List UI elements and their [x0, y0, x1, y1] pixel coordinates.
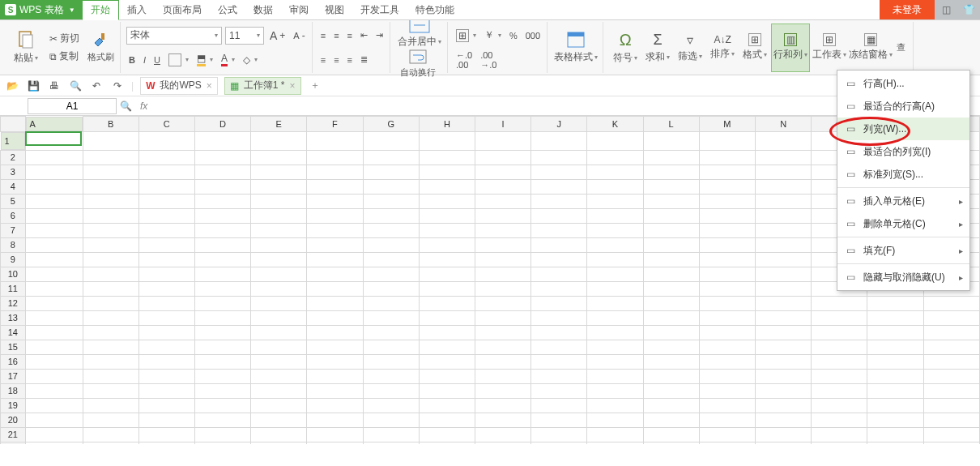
- cell[interactable]: [363, 252, 419, 267]
- cell[interactable]: [25, 340, 83, 354]
- cell[interactable]: [83, 223, 138, 237]
- skin-icon[interactable]: ◫: [935, 0, 957, 19]
- cell[interactable]: [531, 369, 587, 383]
- cell[interactable]: [812, 413, 867, 427]
- cell[interactable]: [756, 131, 812, 150]
- cell[interactable]: [194, 296, 250, 310]
- cell[interactable]: [25, 398, 83, 413]
- cell[interactable]: [475, 179, 531, 194]
- cell[interactable]: [531, 413, 587, 427]
- cell[interactable]: [756, 398, 812, 413]
- cell[interactable]: [307, 442, 363, 444]
- cell[interactable]: [587, 427, 643, 442]
- cell[interactable]: [83, 354, 138, 369]
- cell[interactable]: [475, 194, 531, 208]
- row-header[interactable]: 15: [1, 340, 26, 354]
- cell[interactable]: [251, 427, 307, 442]
- cell[interactable]: [363, 281, 419, 296]
- cell[interactable]: [419, 310, 475, 325]
- cell[interactable]: [138, 237, 194, 252]
- cell[interactable]: [867, 310, 923, 325]
- cell[interactable]: [699, 165, 755, 179]
- cell[interactable]: [251, 281, 307, 296]
- cell[interactable]: [643, 442, 699, 444]
- menu-tab-4[interactable]: 数据: [245, 0, 281, 19]
- worksheet-button[interactable]: ⊞工作表▾: [810, 24, 849, 72]
- cell[interactable]: [812, 383, 867, 398]
- cell[interactable]: [587, 296, 643, 310]
- cut-button[interactable]: ✂剪切: [47, 31, 82, 47]
- row-header[interactable]: 5: [1, 194, 26, 208]
- cell[interactable]: [194, 223, 250, 237]
- menu-tab-7[interactable]: 开发工具: [352, 0, 407, 19]
- cell[interactable]: [307, 310, 363, 325]
- cell[interactable]: [419, 194, 475, 208]
- cell[interactable]: [756, 223, 812, 237]
- cell[interactable]: [643, 296, 699, 310]
- format-cells-button[interactable]: ⊞▾: [454, 28, 479, 44]
- cell[interactable]: [363, 296, 419, 310]
- cell[interactable]: [756, 340, 812, 354]
- cell[interactable]: [475, 369, 531, 383]
- cell[interactable]: [194, 165, 250, 179]
- font-color-button[interactable]: A▾: [219, 52, 237, 68]
- cell[interactable]: [531, 223, 587, 237]
- cell[interactable]: [363, 267, 419, 281]
- symbol-button[interactable]: Ω符号▾: [609, 24, 641, 72]
- cell[interactable]: [867, 398, 923, 413]
- indent-decrease-button[interactable]: ⇤: [358, 28, 370, 44]
- menu-item-std-width[interactable]: ▭标准列宽(S)...: [837, 163, 969, 186]
- menu-item-fit-row[interactable]: ▭最适合的行高(A): [837, 95, 969, 118]
- cell[interactable]: [138, 150, 194, 165]
- cell[interactable]: [419, 354, 475, 369]
- increase-decimal-button[interactable]: ←.0.00: [454, 52, 475, 68]
- cell[interactable]: [475, 267, 531, 281]
- cell[interactable]: [25, 179, 83, 194]
- cell[interactable]: [25, 369, 83, 383]
- cell[interactable]: [25, 383, 83, 398]
- cell[interactable]: [475, 281, 531, 296]
- cell[interactable]: [531, 383, 587, 398]
- cell[interactable]: [194, 179, 250, 194]
- cell[interactable]: [83, 413, 138, 427]
- cell[interactable]: [475, 325, 531, 340]
- cell[interactable]: [699, 194, 755, 208]
- cell[interactable]: [251, 267, 307, 281]
- cell[interactable]: [419, 369, 475, 383]
- cell[interactable]: [587, 150, 643, 165]
- cell[interactable]: [194, 325, 250, 340]
- col-header[interactable]: M: [699, 117, 755, 132]
- table-style-button[interactable]: 表格样式▾: [553, 24, 599, 72]
- cell[interactable]: [699, 223, 755, 237]
- col-header[interactable]: A: [26, 117, 83, 131]
- cell[interactable]: [25, 325, 83, 340]
- cell[interactable]: [138, 427, 194, 442]
- cell[interactable]: [756, 194, 812, 208]
- cell[interactable]: [363, 413, 419, 427]
- cell[interactable]: [194, 131, 250, 150]
- cell[interactable]: [699, 310, 755, 325]
- cell[interactable]: [699, 237, 755, 252]
- cell[interactable]: [251, 354, 307, 369]
- cell[interactable]: [699, 413, 755, 427]
- cell[interactable]: [25, 223, 83, 237]
- cell[interactable]: [587, 281, 643, 296]
- cell[interactable]: [475, 354, 531, 369]
- cell[interactable]: [251, 340, 307, 354]
- cell[interactable]: [25, 427, 83, 442]
- align-bottom-button[interactable]: ≡: [345, 28, 355, 44]
- cell[interactable]: [419, 442, 475, 444]
- col-header[interactable]: D: [194, 117, 250, 132]
- decrease-font-button[interactable]: A-: [291, 28, 307, 44]
- redo-icon[interactable]: ↷: [110, 79, 125, 93]
- cell[interactable]: [363, 237, 419, 252]
- cell[interactable]: [587, 223, 643, 237]
- cell[interactable]: [251, 179, 307, 194]
- cell[interactable]: [812, 310, 867, 325]
- cell[interactable]: [812, 442, 867, 444]
- cell[interactable]: [587, 442, 643, 444]
- cell[interactable]: [475, 208, 531, 223]
- cell[interactable]: [531, 131, 587, 150]
- font-size-select[interactable]: 11▾: [225, 27, 264, 45]
- cell[interactable]: [699, 325, 755, 340]
